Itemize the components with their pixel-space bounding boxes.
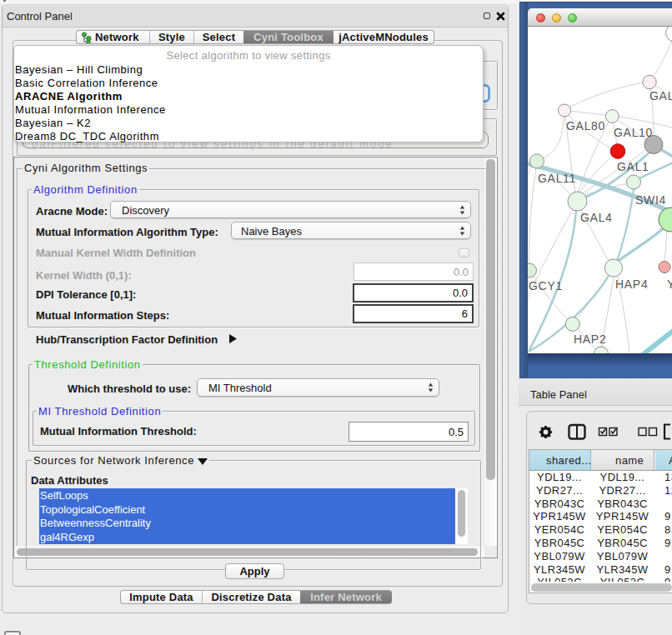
svg-text:GAL80: GAL80 [566,119,605,132]
svg-text:HAP2: HAP2 [574,332,606,346]
svg-text:Y: Y [667,278,672,291]
svg-text:GAL7: GAL7 [649,89,672,102]
svg-text:GAL1: GAL1 [617,160,649,173]
svg-text:GAL10: GAL10 [614,126,653,139]
svg-text:HAP4: HAP4 [615,278,648,291]
svg-text:GAL4: GAL4 [580,211,613,224]
svg-text:SWI4: SWI4 [635,193,666,207]
svg-text:GCY1: GCY1 [529,279,563,292]
svg-text:GAL11: GAL11 [538,172,576,185]
